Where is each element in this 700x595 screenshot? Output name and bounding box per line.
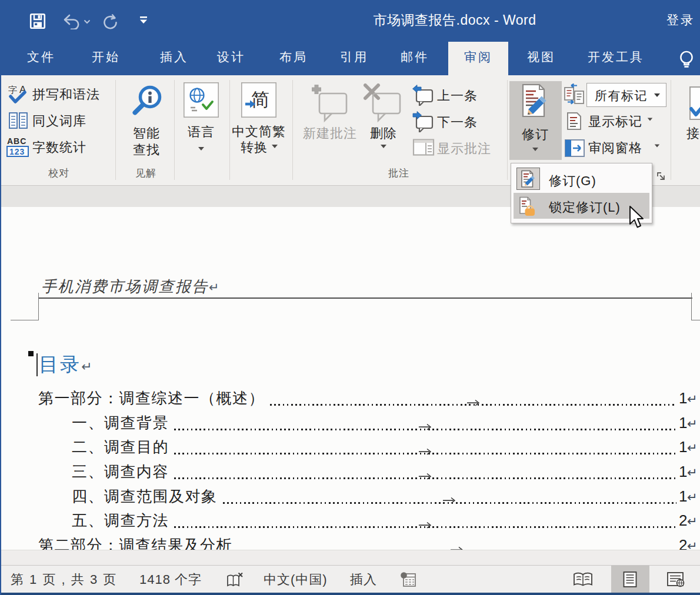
- language-button[interactable]: [184, 82, 219, 118]
- toc-entry[interactable]: 四、调查范围及对象1↵: [38, 484, 698, 509]
- toc-entry[interactable]: 三、调查内容1↵: [38, 460, 698, 484]
- language-label[interactable]: 语言: [188, 123, 215, 141]
- track-changes-dropdown-arrow[interactable]: [532, 148, 538, 151]
- print-layout-button[interactable]: [622, 571, 638, 588]
- tab-view[interactable]: 视图: [527, 38, 555, 75]
- reviewing-pane-icon-wrap: [564, 138, 585, 158]
- read-mode-button[interactable]: [573, 571, 593, 588]
- qat-customize-icon: [139, 16, 148, 24]
- spelling-grammar-button[interactable]: 字 A: [8, 85, 29, 105]
- show-comments-icon: [412, 138, 435, 157]
- delete-comment-button[interactable]: [364, 83, 402, 126]
- web-layout-button[interactable]: [666, 571, 685, 587]
- language-indicator[interactable]: 中文(中国): [264, 571, 328, 589]
- tab-file[interactable]: 文件: [27, 38, 55, 75]
- track-changes-icon: [520, 83, 553, 121]
- tab-references[interactable]: 引用: [340, 38, 368, 75]
- menu-item-lock-tracking[interactable]: 锁定修订(L): [549, 199, 621, 216]
- return-mark: ↵: [687, 485, 698, 510]
- toc-entry[interactable]: 第一部分：调查综述一（概述）1↵: [38, 386, 698, 411]
- menu-lock-tracking-item-icon: [519, 196, 536, 216]
- tab-developer[interactable]: 开发工具: [588, 38, 644, 75]
- page-indicator[interactable]: 第 1 页 , 共 3 页: [11, 571, 117, 589]
- accept-label[interactable]: 接受: [686, 125, 700, 142]
- chinese-conversion-icon: 简: [241, 82, 276, 118]
- toc-page-number: 1: [679, 484, 687, 509]
- return-mark: ↵: [687, 534, 698, 550]
- word-count-label[interactable]: 字数统计: [32, 139, 86, 156]
- display-for-review-icon-wrap: [563, 83, 585, 105]
- toc-entry[interactable]: 第二部分：调查结果及分析2↵: [38, 533, 698, 550]
- undo-icon: [62, 14, 81, 29]
- chinese-conversion-button[interactable]: 简: [241, 82, 276, 118]
- read-mode-icon: [573, 571, 593, 588]
- reviewing-pane-label[interactable]: 审阅窗格: [588, 139, 642, 157]
- tab-mark: [418, 423, 432, 430]
- toc-entry[interactable]: 一、调查背景1↵: [38, 411, 698, 436]
- document-page[interactable]: 手机消费市场调查报告↵ 目录↵ 第一部分：调查综述一（概述）1↵ 一、调查背景1…: [0, 207, 700, 550]
- svg-text:ABC: ABC: [7, 136, 26, 146]
- smart-lookup-icon: [131, 82, 164, 121]
- redo-button[interactable]: [101, 13, 118, 29]
- tell-me-button[interactable]: [678, 51, 695, 71]
- toc-page-number: 1: [679, 435, 687, 460]
- previous-comment-button[interactable]: [412, 85, 434, 106]
- macro-record-icon: [400, 571, 416, 587]
- return-mark: ↵: [81, 359, 92, 374]
- proofing-status-button[interactable]: [226, 572, 244, 588]
- smart-lookup-button[interactable]: [131, 82, 164, 121]
- thesaurus-label[interactable]: 同义词库: [32, 112, 86, 130]
- next-comment-label[interactable]: 下一条: [437, 113, 478, 131]
- toc-entry[interactable]: 二、调查目的1↵: [38, 435, 698, 460]
- toc-page-number: 2: [679, 533, 687, 550]
- previous-comment-label[interactable]: 上一条: [437, 87, 478, 105]
- show-markup-arrow: [648, 118, 653, 121]
- tab-design[interactable]: 设计: [217, 38, 245, 75]
- dialog-launcher-icon: [656, 172, 666, 182]
- show-markup-icon: [566, 112, 584, 131]
- insights-group-label: 见解: [135, 166, 156, 180]
- track-changes-big-icon-wrap: [520, 83, 553, 121]
- spelling-grammar-icon: 字 A: [8, 85, 29, 105]
- proofing-status-icon: [226, 572, 244, 588]
- thesaurus-button[interactable]: [8, 112, 28, 129]
- tab-insert[interactable]: 插入: [160, 38, 188, 75]
- tracking-dialog-launcher[interactable]: [656, 172, 666, 182]
- tab-home[interactable]: 开始: [92, 38, 120, 75]
- undo-button[interactable]: [62, 14, 81, 29]
- toc-heading[interactable]: 目录↵: [39, 352, 92, 378]
- toc-entry[interactable]: 五、调查方法2↵: [38, 509, 698, 533]
- undo-dropdown-arrow[interactable]: [84, 19, 91, 24]
- display-for-review-select[interactable]: 所有标记: [586, 83, 666, 107]
- delete-comment-label[interactable]: 删除: [370, 125, 397, 142]
- macro-record-button[interactable]: [400, 571, 416, 587]
- table-of-contents[interactable]: 第一部分：调查综述一（概述）1↵ 一、调查背景1↵ 二、调查目的1↵ 三、调查内…: [38, 386, 698, 550]
- word-count-button[interactable]: ABC 123: [6, 136, 30, 158]
- tab-leader: [174, 435, 676, 460]
- word-count-indicator[interactable]: 1418 个字: [139, 571, 202, 589]
- chinese-conversion-label-2[interactable]: 转换: [241, 139, 268, 156]
- word-window: 市场调查报告.docx - Word 登录 文件 开始 插入 设计 布局 引用 …: [0, 0, 700, 595]
- lock-tracking-icon: [519, 196, 536, 216]
- return-mark: ↵: [687, 436, 698, 460]
- tab-review[interactable]: 审阅: [464, 38, 492, 75]
- accept-button[interactable]: [689, 86, 700, 120]
- smart-lookup-label-2[interactable]: 查找: [133, 141, 160, 159]
- tab-mark: [442, 497, 456, 504]
- qat-customize-button[interactable]: [139, 16, 148, 24]
- smart-lookup-label-1[interactable]: 智能: [133, 125, 160, 142]
- track-changes-menu-icon: [521, 170, 536, 188]
- insert-mode-indicator[interactable]: 插入: [350, 571, 377, 589]
- show-markup-label[interactable]: 显示标记: [588, 113, 642, 131]
- spelling-grammar-label[interactable]: 拼写和语法: [32, 86, 100, 103]
- chinese-conversion-label-1[interactable]: 中文简繁: [232, 123, 286, 141]
- save-button[interactable]: [29, 13, 46, 29]
- menu-item-track-changes[interactable]: 修订(G): [549, 172, 596, 190]
- track-changes-label[interactable]: 修订: [522, 126, 549, 143]
- horizontal-scrollbar[interactable]: [0, 550, 700, 566]
- next-comment-button[interactable]: [412, 111, 434, 132]
- tab-mailings[interactable]: 邮件: [401, 38, 429, 75]
- tab-layout[interactable]: 布局: [279, 38, 308, 75]
- return-mark: ↵: [687, 387, 698, 412]
- sign-in-button[interactable]: 登录: [666, 12, 695, 28]
